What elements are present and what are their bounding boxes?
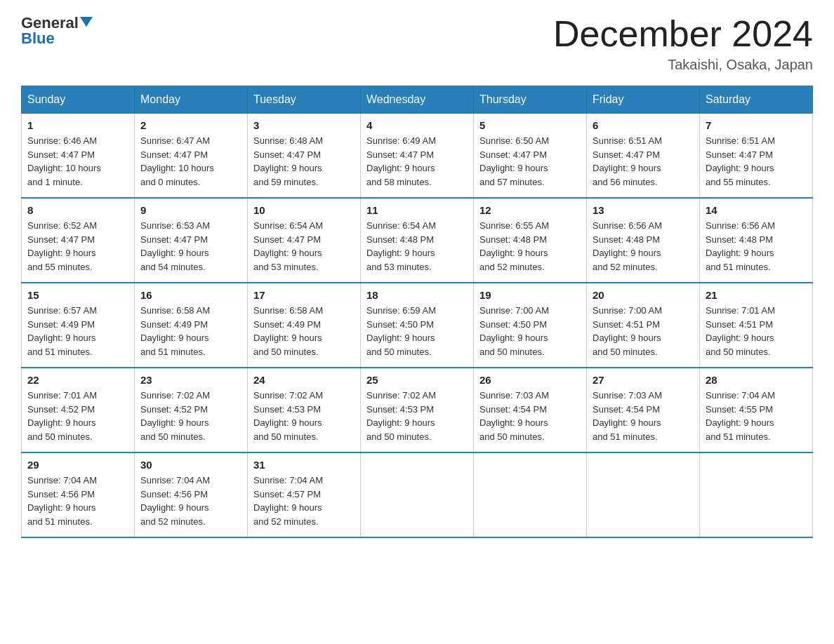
day-number: 23 (140, 374, 241, 386)
calendar-day-cell: 2Sunrise: 6:47 AM Sunset: 4:47 PM Daylig… (135, 114, 248, 199)
calendar-week-row: 22Sunrise: 7:01 AM Sunset: 4:52 PM Dayli… (22, 368, 813, 452)
day-number: 28 (706, 374, 807, 386)
day-sun-info: Sunrise: 7:04 AM Sunset: 4:55 PM Dayligh… (706, 389, 807, 443)
day-sun-info: Sunrise: 7:03 AM Sunset: 4:54 PM Dayligh… (593, 389, 694, 443)
calendar-day-cell: 22Sunrise: 7:01 AM Sunset: 4:52 PM Dayli… (22, 368, 135, 452)
calendar-day-cell: 17Sunrise: 6:58 AM Sunset: 4:49 PM Dayli… (248, 283, 361, 368)
calendar-day-cell: 15Sunrise: 6:57 AM Sunset: 4:49 PM Dayli… (22, 283, 135, 368)
calendar-day-cell: 6Sunrise: 6:51 AM Sunset: 4:47 PM Daylig… (587, 114, 700, 199)
day-sun-info: Sunrise: 7:01 AM Sunset: 4:51 PM Dayligh… (706, 304, 807, 358)
day-sun-info: Sunrise: 7:02 AM Sunset: 4:52 PM Dayligh… (140, 389, 241, 443)
day-number: 20 (593, 289, 694, 301)
day-number: 8 (27, 204, 128, 216)
day-sun-info: Sunrise: 6:56 AM Sunset: 4:48 PM Dayligh… (706, 219, 807, 274)
calendar-day-cell: 4Sunrise: 6:49 AM Sunset: 4:47 PM Daylig… (361, 114, 474, 199)
day-of-week-header: Friday (587, 86, 700, 114)
day-sun-info: Sunrise: 7:00 AM Sunset: 4:51 PM Dayligh… (593, 304, 694, 358)
calendar-week-row: 1Sunrise: 6:46 AM Sunset: 4:47 PM Daylig… (22, 114, 813, 199)
logo: General Blue (21, 14, 93, 48)
calendar-day-cell (587, 452, 700, 537)
calendar-day-cell: 3Sunrise: 6:48 AM Sunset: 4:47 PM Daylig… (248, 114, 361, 199)
day-sun-info: Sunrise: 6:54 AM Sunset: 4:48 PM Dayligh… (366, 219, 468, 274)
calendar-day-cell: 10Sunrise: 6:54 AM Sunset: 4:47 PM Dayli… (248, 198, 361, 283)
calendar-day-cell: 5Sunrise: 6:50 AM Sunset: 4:47 PM Daylig… (474, 114, 587, 199)
calendar-week-row: 29Sunrise: 7:04 AM Sunset: 4:56 PM Dayli… (22, 452, 813, 537)
logo-blue-text: Blue (21, 29, 55, 48)
calendar-day-cell (361, 452, 474, 537)
day-number: 26 (479, 374, 581, 386)
day-of-week-header: Wednesday (361, 86, 474, 114)
day-number: 27 (593, 374, 694, 386)
day-number: 16 (140, 289, 241, 301)
day-of-week-header: Saturday (700, 86, 813, 114)
calendar-day-cell: 21Sunrise: 7:01 AM Sunset: 4:51 PM Dayli… (700, 283, 813, 368)
day-number: 29 (27, 459, 128, 471)
day-number: 25 (366, 374, 468, 386)
day-sun-info: Sunrise: 6:58 AM Sunset: 4:49 PM Dayligh… (253, 304, 355, 358)
day-number: 24 (253, 374, 355, 386)
day-number: 17 (253, 289, 355, 301)
day-number: 5 (479, 119, 581, 131)
calendar-day-cell: 20Sunrise: 7:00 AM Sunset: 4:51 PM Dayli… (587, 283, 700, 368)
calendar-day-cell: 28Sunrise: 7:04 AM Sunset: 4:55 PM Dayli… (700, 368, 813, 452)
logo-triangle-icon (80, 17, 93, 27)
day-number: 22 (27, 374, 128, 386)
calendar-week-row: 15Sunrise: 6:57 AM Sunset: 4:49 PM Dayli… (22, 283, 813, 368)
day-number: 19 (479, 289, 581, 301)
day-number: 1 (27, 119, 128, 131)
calendar-day-cell (700, 452, 813, 537)
day-sun-info: Sunrise: 7:01 AM Sunset: 4:52 PM Dayligh… (27, 389, 128, 443)
day-of-week-header: Sunday (22, 86, 135, 114)
calendar-day-cell: 27Sunrise: 7:03 AM Sunset: 4:54 PM Dayli… (587, 368, 700, 452)
day-number: 14 (706, 204, 807, 216)
day-sun-info: Sunrise: 6:57 AM Sunset: 4:49 PM Dayligh… (27, 304, 128, 358)
calendar-day-cell: 12Sunrise: 6:55 AM Sunset: 4:48 PM Dayli… (474, 198, 587, 283)
calendar-day-cell: 16Sunrise: 6:58 AM Sunset: 4:49 PM Dayli… (135, 283, 248, 368)
calendar-header-row: SundayMondayTuesdayWednesdayThursdayFrid… (22, 86, 813, 114)
calendar-day-cell: 7Sunrise: 6:51 AM Sunset: 4:47 PM Daylig… (700, 114, 813, 199)
calendar-day-cell: 13Sunrise: 6:56 AM Sunset: 4:48 PM Dayli… (587, 198, 700, 283)
day-sun-info: Sunrise: 6:46 AM Sunset: 4:47 PM Dayligh… (27, 134, 128, 189)
day-sun-info: Sunrise: 6:50 AM Sunset: 4:47 PM Dayligh… (479, 134, 581, 189)
day-sun-info: Sunrise: 6:56 AM Sunset: 4:48 PM Dayligh… (593, 219, 694, 274)
day-sun-info: Sunrise: 6:59 AM Sunset: 4:50 PM Dayligh… (366, 304, 468, 358)
calendar-day-cell: 26Sunrise: 7:03 AM Sunset: 4:54 PM Dayli… (474, 368, 587, 452)
month-title: December 2024 (553, 14, 813, 54)
day-sun-info: Sunrise: 7:03 AM Sunset: 4:54 PM Dayligh… (479, 389, 581, 443)
day-sun-info: Sunrise: 6:52 AM Sunset: 4:47 PM Dayligh… (27, 219, 128, 274)
day-number: 3 (253, 119, 355, 131)
calendar-day-cell: 14Sunrise: 6:56 AM Sunset: 4:48 PM Dayli… (700, 198, 813, 283)
day-sun-info: Sunrise: 6:54 AM Sunset: 4:47 PM Dayligh… (253, 219, 355, 274)
day-sun-info: Sunrise: 6:51 AM Sunset: 4:47 PM Dayligh… (593, 134, 694, 189)
day-sun-info: Sunrise: 7:00 AM Sunset: 4:50 PM Dayligh… (479, 304, 581, 358)
page-header: General Blue December 2024 Takaishi, Osa… (21, 14, 813, 73)
day-number: 4 (366, 119, 468, 131)
day-number: 9 (140, 204, 241, 216)
day-sun-info: Sunrise: 6:55 AM Sunset: 4:48 PM Dayligh… (479, 219, 581, 274)
calendar-day-cell: 24Sunrise: 7:02 AM Sunset: 4:53 PM Dayli… (248, 368, 361, 452)
day-sun-info: Sunrise: 6:48 AM Sunset: 4:47 PM Dayligh… (253, 134, 355, 189)
day-number: 7 (706, 119, 807, 131)
day-sun-info: Sunrise: 7:02 AM Sunset: 4:53 PM Dayligh… (366, 389, 468, 443)
day-number: 31 (253, 459, 355, 471)
calendar-day-cell: 18Sunrise: 6:59 AM Sunset: 4:50 PM Dayli… (361, 283, 474, 368)
calendar-day-cell: 1Sunrise: 6:46 AM Sunset: 4:47 PM Daylig… (22, 114, 135, 199)
day-number: 10 (253, 204, 355, 216)
location-subtitle: Takaishi, Osaka, Japan (553, 57, 813, 73)
day-sun-info: Sunrise: 7:04 AM Sunset: 4:56 PM Dayligh… (27, 474, 128, 528)
day-of-week-header: Monday (135, 86, 248, 114)
day-sun-info: Sunrise: 7:04 AM Sunset: 4:57 PM Dayligh… (253, 474, 355, 528)
day-sun-info: Sunrise: 6:49 AM Sunset: 4:47 PM Dayligh… (366, 134, 468, 189)
day-number: 2 (140, 119, 241, 131)
day-sun-info: Sunrise: 7:02 AM Sunset: 4:53 PM Dayligh… (253, 389, 355, 443)
calendar-day-cell: 23Sunrise: 7:02 AM Sunset: 4:52 PM Dayli… (135, 368, 248, 452)
calendar-day-cell (474, 452, 587, 537)
day-number: 18 (366, 289, 468, 301)
calendar-day-cell: 9Sunrise: 6:53 AM Sunset: 4:47 PM Daylig… (135, 198, 248, 283)
calendar-day-cell: 25Sunrise: 7:02 AM Sunset: 4:53 PM Dayli… (361, 368, 474, 452)
calendar-table: SundayMondayTuesdayWednesdayThursdayFrid… (21, 86, 813, 538)
day-number: 15 (27, 289, 128, 301)
calendar-day-cell: 8Sunrise: 6:52 AM Sunset: 4:47 PM Daylig… (22, 198, 135, 283)
day-sun-info: Sunrise: 6:58 AM Sunset: 4:49 PM Dayligh… (140, 304, 241, 358)
day-number: 13 (593, 204, 694, 216)
